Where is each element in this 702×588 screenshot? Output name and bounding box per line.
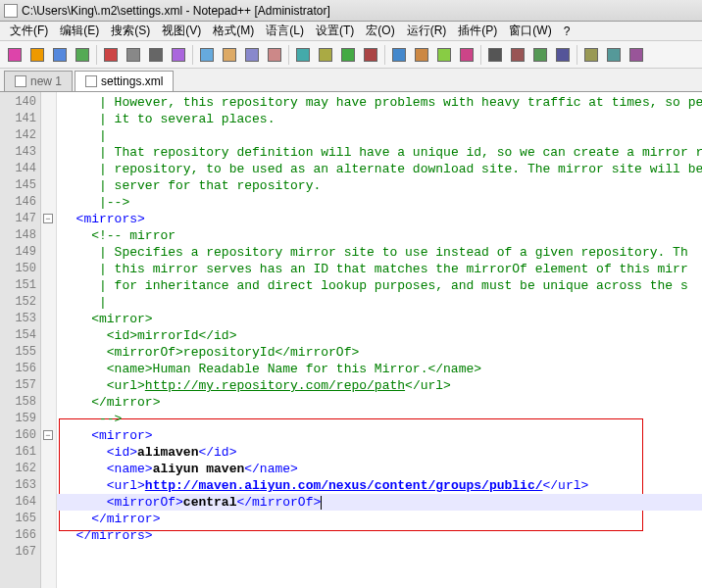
sync-button[interactable] xyxy=(388,44,410,66)
code-line[interactable]: | xyxy=(57,127,702,144)
fold-column[interactable]: −− xyxy=(41,92,57,588)
code-line[interactable]: <!-- mirror xyxy=(57,227,702,244)
code-line[interactable]: <mirror> xyxy=(57,427,702,444)
word-wrap-button[interactable] xyxy=(411,44,432,66)
code-line[interactable]: </mirrors> xyxy=(57,527,702,544)
menu-item[interactable]: 窗口(W) xyxy=(503,23,557,39)
menu-item[interactable]: 宏(O) xyxy=(360,23,400,39)
code-line[interactable]: <id>alimaven</id> xyxy=(57,444,702,461)
code-line[interactable]: | repository, to be used as an alternate… xyxy=(57,161,702,177)
code-line[interactable]: |--> xyxy=(57,194,702,211)
code-line[interactable]: <mirrorOf>repositoryId</mirrorOf> xyxy=(57,344,702,361)
code-line[interactable]: | Specifies a repository mirror site to … xyxy=(57,244,702,261)
close-button[interactable] xyxy=(100,44,122,66)
fold-toggle[interactable]: − xyxy=(43,214,53,223)
show-all-button[interactable] xyxy=(433,44,455,66)
menu-item[interactable]: 插件(P) xyxy=(452,23,503,39)
menu-item[interactable]: 文件(F) xyxy=(4,23,54,39)
code-line[interactable]: </mirror> xyxy=(57,511,702,527)
zoom-in-button[interactable] xyxy=(337,44,359,66)
file-icon xyxy=(15,75,26,87)
menu-item[interactable]: 编辑(E) xyxy=(54,23,105,39)
close-all-button[interactable] xyxy=(123,44,144,66)
comment-button[interactable] xyxy=(507,44,528,66)
code-line[interactable]: | server for that repository. xyxy=(57,177,702,194)
open-button[interactable] xyxy=(26,44,48,66)
run-button[interactable] xyxy=(626,44,647,66)
menu-item[interactable]: 设置(T) xyxy=(310,23,360,39)
window-title: C:\Users\King\.m2\settings.xml - Notepad… xyxy=(22,4,330,18)
print-button[interactable] xyxy=(145,44,167,66)
code-line[interactable]: <id>mirrorId</id> xyxy=(57,327,702,344)
code-line[interactable]: <name>Human Readable Name for this Mirro… xyxy=(57,361,702,377)
fold-toggle[interactable]: − xyxy=(43,430,53,440)
code-line[interactable]: <url>http://maven.aliyun.com/nexus/conte… xyxy=(57,477,702,494)
indent-button[interactable] xyxy=(456,44,477,66)
code-line[interactable]: <url>http://my.repository.com/repo/path<… xyxy=(57,377,702,394)
save-button[interactable] xyxy=(49,44,71,66)
code-line[interactable]: <mirror> xyxy=(57,311,702,327)
menu-item[interactable]: ? xyxy=(558,24,577,38)
copy-button[interactable] xyxy=(196,44,218,66)
tab-label: settings.xml xyxy=(101,74,163,88)
paste-button[interactable] xyxy=(219,44,240,66)
rec-button[interactable] xyxy=(552,44,574,66)
replace-button[interactable] xyxy=(315,44,336,66)
code-line[interactable]: | However, this repository may have prob… xyxy=(57,94,702,111)
code-line[interactable]: | for inheritance and direct lookup purp… xyxy=(57,277,702,294)
toolbar xyxy=(0,41,702,69)
file-icon xyxy=(85,75,97,87)
tab[interactable]: settings.xml xyxy=(75,71,174,91)
menu-bar: 文件(F)编辑(E)搜索(S)视图(V)格式(M)语言(L)设置(T)宏(O)运… xyxy=(0,22,702,41)
line-number-gutter: 1401411421431441451461471481491501511521… xyxy=(0,92,41,588)
menu-item[interactable]: 格式(M) xyxy=(207,23,260,39)
outdent-button[interactable] xyxy=(484,44,506,66)
zoom-out-button[interactable] xyxy=(360,44,381,66)
app-icon xyxy=(4,4,18,18)
code-line[interactable]: <mirrors> xyxy=(57,211,702,227)
code-line[interactable]: <name>aliyun maven</name> xyxy=(57,461,702,477)
redo-button[interactable] xyxy=(264,44,285,66)
new-button[interactable] xyxy=(4,44,25,66)
code-area[interactable]: | However, this repository may have prob… xyxy=(57,92,702,588)
tab[interactable]: new 1 xyxy=(4,71,73,91)
stop-button[interactable] xyxy=(603,44,625,66)
menu-item[interactable]: 运行(R) xyxy=(401,23,453,39)
cut-button[interactable] xyxy=(168,44,189,66)
undo-button[interactable] xyxy=(241,44,263,66)
menu-item[interactable]: 语言(L) xyxy=(260,23,310,39)
code-line[interactable]: | That repository definition will have a… xyxy=(57,144,702,161)
code-line[interactable] xyxy=(57,544,702,561)
code-line[interactable]: | this mirror serves has an ID that matc… xyxy=(57,261,702,277)
code-line[interactable]: | xyxy=(57,294,702,311)
title-bar: C:\Users\King\.m2\settings.xml - Notepad… xyxy=(0,0,702,22)
find-button[interactable] xyxy=(292,44,314,66)
uncomment-button[interactable] xyxy=(529,44,551,66)
code-line[interactable]: | it to several places. xyxy=(57,111,702,127)
menu-item[interactable]: 搜索(S) xyxy=(105,23,156,39)
code-line[interactable]: </mirror> xyxy=(57,394,702,411)
editor-area[interactable]: 1401411421431441451461471481491501511521… xyxy=(0,92,702,588)
tab-label: new 1 xyxy=(30,74,62,88)
menu-item[interactable]: 视图(V) xyxy=(156,23,207,39)
play-button[interactable] xyxy=(580,44,602,66)
code-line[interactable]: <mirrorOf>central</mirrorOf> xyxy=(57,494,702,511)
tab-bar: new 1settings.xml xyxy=(0,69,702,92)
save-all-button[interactable] xyxy=(72,44,93,66)
code-line[interactable]: --> xyxy=(57,411,702,427)
